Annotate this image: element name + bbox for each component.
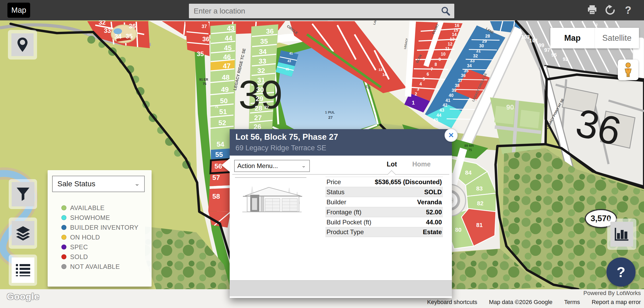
map-label: 50	[220, 97, 228, 105]
legend-item: ON HOLD	[61, 232, 149, 242]
tab-home[interactable]: Home	[410, 160, 433, 168]
map-chip[interactable]: Map	[7, 3, 30, 18]
map-label: 14	[382, 73, 387, 77]
map-label: 84	[465, 169, 472, 176]
map-view-button[interactable]: Map	[550, 28, 595, 48]
map-label: 75	[215, 105, 218, 109]
top-bar: Map ?	[0, 0, 644, 20]
legend-label: BUILDER INVENTORY	[70, 224, 138, 231]
map-label: 80	[455, 227, 461, 233]
search-icon[interactable]	[441, 6, 451, 16]
map-label: 49	[221, 85, 229, 93]
legend-color-dot	[61, 235, 66, 240]
refresh-icon[interactable]	[605, 5, 615, 16]
svg-text:?: ?	[625, 5, 631, 16]
table-row: BuilderVeranda	[325, 197, 443, 207]
popup-subtitle: 69 Legacy Ridge Terrace SE	[235, 144, 326, 152]
legend-label: SOLD	[70, 253, 88, 261]
legend-label: AVAILABLE	[70, 204, 105, 212]
map-label: 13	[379, 68, 382, 72]
tab-lot[interactable]: Lot	[383, 160, 401, 168]
popup-footer	[230, 280, 452, 296]
print-icon[interactable]	[587, 5, 597, 16]
legend-type-select[interactable]: Sale Status ⌄	[52, 176, 145, 192]
map-label: 47	[223, 62, 231, 70]
map-label: 32	[473, 54, 478, 58]
map-label: 27	[254, 114, 262, 122]
filter-icon	[16, 187, 30, 201]
map-label: 14	[452, 32, 457, 37]
layers-icon	[16, 226, 30, 241]
stats-button[interactable]	[607, 219, 636, 250]
map-label: 34	[259, 48, 267, 56]
satellite-view-button[interactable]: Satellite	[595, 28, 639, 48]
map-label: 33	[470, 58, 475, 63]
map-label: 99	[538, 42, 544, 48]
search-input[interactable]	[189, 4, 454, 18]
map-label: 3	[417, 87, 419, 91]
report-map-error-link[interactable]: Report a map error	[592, 299, 641, 305]
map-label: 36	[129, 22, 136, 30]
map-label: 92	[563, 57, 568, 62]
row-label: Status	[326, 188, 424, 196]
locate-button[interactable]	[8, 30, 37, 60]
map-label: 2	[415, 92, 417, 96]
row-value: 52.00	[426, 209, 442, 216]
map-label: 36	[461, 73, 466, 78]
map-label: 4	[420, 82, 422, 86]
map-label: 32	[257, 67, 265, 75]
map-label: 2	[596, 23, 597, 27]
action-menu-select[interactable]: Action Menu... ⌄	[234, 160, 310, 172]
table-row: Build Pocket (ft)44.00	[325, 217, 443, 227]
list-button[interactable]	[9, 255, 37, 286]
map-label: 29	[482, 39, 487, 43]
legend-label: SHOWHOME	[70, 214, 110, 221]
table-row: Frontage (ft)52.00	[325, 207, 443, 217]
legend-select-label: Sale Status	[53, 180, 134, 188]
terms-link[interactable]: Terms	[564, 299, 580, 305]
pegman-icon	[622, 62, 634, 77]
row-label: Product Type	[326, 228, 423, 236]
map-label: 51	[219, 108, 227, 116]
map-label: 35	[126, 33, 133, 40]
legend-panel: Sale Status ⌄ AVAILABLESHOWHOMEBUILDER I…	[48, 170, 152, 287]
map-label: 46	[223, 53, 231, 61]
legend-color-dot	[61, 254, 66, 259]
legend-color-dot	[61, 244, 66, 250]
house-elevation-image	[235, 177, 306, 217]
map-label: 56	[215, 162, 222, 170]
map-label: 36	[202, 35, 210, 43]
legend-item: BUILDER INVENTORY	[61, 223, 149, 232]
map-label: 103	[521, 34, 530, 40]
map-label: 82	[477, 200, 483, 207]
layers-button[interactable]	[9, 218, 37, 249]
map-label: 16	[455, 23, 459, 28]
map-label: 35	[464, 69, 469, 73]
map-label: 27	[328, 115, 333, 120]
map-label: 41	[446, 98, 450, 103]
lotworks-map-app: { "topbar": {"map_chip": "Map", "search_…	[0, 0, 644, 308]
filter-button[interactable]	[9, 179, 37, 209]
map-label: 58	[212, 192, 220, 200]
map-label: 101	[529, 38, 538, 43]
legend-item: NOT AVAILABLE	[61, 262, 149, 271]
map-label: 1	[412, 100, 415, 106]
map-label: 45	[433, 118, 438, 122]
map-label: 31	[257, 76, 265, 84]
legend-color-dot	[61, 215, 66, 220]
google-logo: Google	[7, 291, 39, 302]
map-label: 97	[544, 47, 550, 53]
map-label: 36	[266, 27, 274, 35]
map-label: 35	[260, 37, 268, 45]
keyboard-shortcuts-link[interactable]: Keyboard shortcuts	[427, 299, 477, 305]
help-button[interactable]: ?	[606, 257, 636, 287]
action-menu-label: Action Menu...	[235, 162, 301, 170]
legend-color-dot	[61, 264, 66, 269]
close-button[interactable]: ✕	[445, 129, 458, 142]
pegman-button[interactable]	[618, 60, 638, 80]
map-label: 27	[265, 105, 269, 109]
help-icon[interactable]: ?	[623, 5, 633, 16]
map-label: 29	[256, 95, 264, 103]
list-icon	[16, 264, 30, 276]
map-label: 42	[443, 103, 447, 107]
